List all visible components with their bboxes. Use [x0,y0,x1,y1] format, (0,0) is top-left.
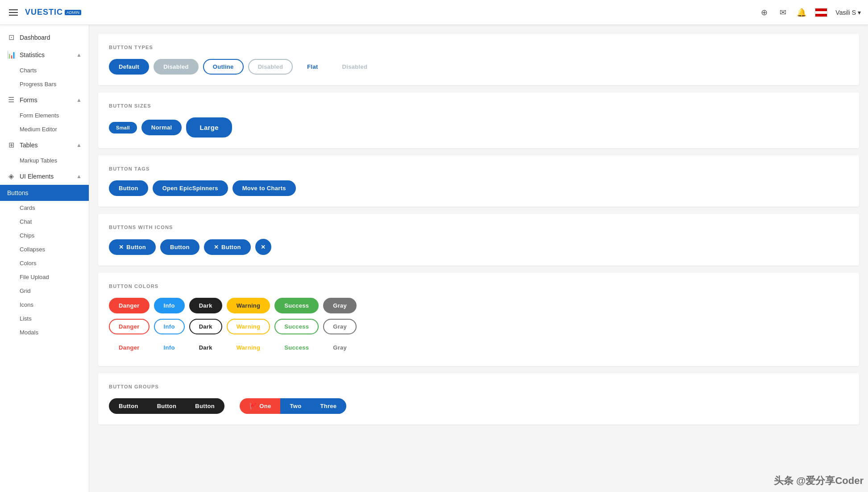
btn-warning-outline[interactable]: Warning [227,319,270,334]
btn-success-flat[interactable]: Success [274,340,319,355]
sidebar: ⊡ Dashboard 📊 Statistics ▲ Charts Progre… [0,25,89,492]
nav-left: VUESTIC ADMIN [7,8,81,17]
ui-elements-icon: ◈ [7,172,15,180]
btn-gray-outline[interactable]: Gray [323,319,357,334]
btn-success-filled[interactable]: Success [274,298,319,313]
btn-group-two[interactable]: Two [280,398,311,414]
statistics-icon: 📊 [7,50,15,59]
section-button-tags: BUTTON TAGS Button Open EpicSpinners Mov… [98,155,859,207]
sidebar-item-modals[interactable]: Modals [0,325,89,339]
btn-outline[interactable]: Outline [203,59,244,75]
btn-dark-filled[interactable]: Dark [189,298,222,313]
section-title-button-sizes: BUTTON SIZES [109,103,848,108]
sidebar-item-colors[interactable]: Colors [0,256,89,270]
sidebar-item-markup-tables[interactable]: Markup Tables [0,154,89,167]
sidebar-group-forms[interactable]: ☰ Forms ▲ [0,91,89,108]
section-button-types: BUTTON TYPES Default Disabled Outline Di… [98,34,859,85]
sidebar-item-cards[interactable]: Cards [0,201,89,215]
main-content: BUTTON TYPES Default Disabled Outline Di… [89,25,868,492]
btn-danger-outline[interactable]: Danger [109,319,150,334]
btn-danger-filled[interactable]: Danger [109,298,150,313]
section-button-sizes: BUTTON SIZES Small Normal Large [98,92,859,148]
btn-large[interactable]: Large [186,117,232,138]
dashboard-icon: ⊡ [7,33,15,42]
sidebar-item-charts[interactable]: Charts [0,63,89,77]
btn-group-dark-1[interactable]: Button [109,398,147,414]
sidebar-item-chat[interactable]: Chat [0,215,89,229]
btn-icon-left-button[interactable]: ✕ Button [109,239,156,255]
btn-normal[interactable]: Normal [141,120,182,135]
logo-text: VUESTIC [25,8,63,17]
x-icon: ✕ [119,244,124,250]
btn-danger-flat[interactable]: Danger [109,340,150,355]
btn-tag-button[interactable]: Button [109,180,148,196]
button-colors-flat-row: Danger Info Dark Warning Success Gray [109,340,848,355]
section-title-button-colors: BUTTON COLORS [109,284,848,289]
flag-icon[interactable] [815,8,827,17]
sidebar-item-buttons[interactable]: Buttons [0,185,89,201]
sidebar-item-collapses[interactable]: Collapses [0,242,89,256]
sidebar-group-tables[interactable]: ⊞ Tables ▲ [0,136,89,154]
section-title-button-tags: BUTTON TAGS [109,166,848,171]
buttons-icons-row: ✕ Button Button ✕ Button ✕ [109,239,848,255]
globe-icon[interactable]: ⊕ [759,7,769,18]
section-button-colors: BUTTON COLORS Danger Info Dark Warning S… [98,273,859,366]
btn-gray-filled[interactable]: Gray [323,298,357,313]
section-title-button-groups: BUTTON GROUPS [109,384,848,389]
section-button-groups: BUTTON GROUPS Button Button Button 🚩 One… [98,373,859,425]
layout: ⊡ Dashboard 📊 Statistics ▲ Charts Progre… [0,25,868,492]
sidebar-item-chips[interactable]: Chips [0,229,89,242]
btn-flat[interactable]: Flat [297,59,328,75]
section-buttons-with-icons: BUTTONS WITH ICONS ✕ Button Button ✕ But… [98,214,859,266]
sidebar-item-file-upload[interactable]: File Upload [0,270,89,284]
btn-no-icon-button[interactable]: Button [160,239,199,255]
sidebar-item-medium-editor[interactable]: Medium Editor [0,122,89,136]
sidebar-item-dashboard[interactable]: ⊡ Dashboard [0,29,89,46]
sidebar-item-progress-bars[interactable]: Progress Bars [0,77,89,91]
btn-gray-flat[interactable]: Gray [323,340,357,355]
btn-dark-flat[interactable]: Dark [189,340,222,355]
btn-success-outline[interactable]: Success [274,319,319,334]
btn-group-one[interactable]: 🚩 One [240,398,280,414]
mail-icon[interactable]: ✉ [777,7,788,18]
btn-warning-filled[interactable]: Warning [227,298,270,313]
btn-icon-right-button[interactable]: ✕ Button [204,239,251,255]
sidebar-item-grid[interactable]: Grid [0,284,89,298]
section-title-buttons-icons: BUTTONS WITH ICONS [109,225,848,230]
btn-small[interactable]: Small [109,122,137,133]
btn-default[interactable]: Default [109,59,149,75]
button-tags-row: Button Open EpicSpinners Move to Charts [109,180,848,196]
btn-info-filled[interactable]: Info [154,298,185,313]
btn-group-dark-3[interactable]: Button [185,398,224,414]
btn-info-outline[interactable]: Info [154,319,185,334]
button-colors-outline-row: Danger Info Dark Warning Success Gray [109,319,848,334]
chevron-up-icon: ▲ [76,97,82,103]
btn-group-dark-2[interactable]: Button [147,398,186,414]
btn-dark-outline[interactable]: Dark [189,319,222,334]
nav-right: ⊕ ✉ 🔔 Vasili S ▾ [759,7,861,18]
btn-move-to-charts[interactable]: Move to Charts [233,180,296,196]
button-colors-filled-row: Danger Info Dark Warning Success Gray [109,298,848,313]
sidebar-item-lists[interactable]: Lists [0,312,89,325]
btn-group-dark: Button Button Button [109,398,224,414]
top-nav: VUESTIC ADMIN ⊕ ✉ 🔔 Vasili S ▾ [0,0,868,25]
sidebar-item-form-elements[interactable]: Form Elements [0,108,89,122]
btn-group-three[interactable]: Three [310,398,346,414]
logo: VUESTIC ADMIN [25,8,81,17]
btn-flat-disabled: Disabled [332,59,378,75]
btn-warning-flat[interactable]: Warning [227,340,270,355]
sidebar-group-statistics[interactable]: 📊 Statistics ▲ [0,46,89,63]
logo-badge: ADMIN [65,10,81,15]
sidebar-item-icons[interactable]: Icons [0,298,89,312]
tables-icon: ⊞ [7,141,15,149]
sidebar-group-ui-elements[interactable]: ◈ UI Elements ▲ [0,167,89,185]
user-menu[interactable]: Vasili S ▾ [835,9,861,16]
btn-open-epic-spinners[interactable]: Open EpicSpinners [153,180,228,196]
btn-icon-only[interactable]: ✕ [255,239,271,255]
flag-small-icon: 🚩 [249,403,257,409]
bell-icon[interactable]: 🔔 [796,7,807,18]
hamburger-menu[interactable] [7,8,20,17]
btn-info-flat[interactable]: Info [154,340,185,355]
chevron-up-icon: ▲ [76,142,82,148]
button-sizes-row: Small Normal Large [109,117,848,138]
